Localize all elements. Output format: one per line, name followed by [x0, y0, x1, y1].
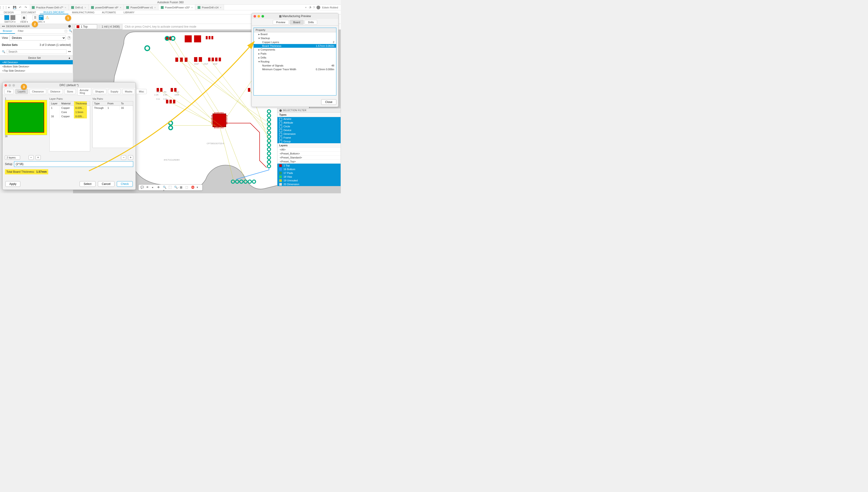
device-set-item[interactable]: <All Devices> [0, 60, 73, 64]
nav-pan-icon[interactable]: ✥ [157, 186, 161, 189]
dm-help-icon[interactable]: ? [67, 36, 71, 40]
drc-check-icon[interactable]: DRC✓ [39, 15, 44, 20]
file-tab-close-icon[interactable]: × [120, 6, 121, 9]
workspace-tab[interactable]: DESIGN [0, 10, 17, 14]
mfg-tree-node[interactable]: ▸ Components [254, 48, 336, 52]
drc-layer-minus-button[interactable]: − [29, 155, 34, 160]
drc-tab[interactable]: Sizes [65, 89, 76, 94]
nav-grid-icon[interactable]: ▦ [180, 186, 183, 189]
mfg-close-button[interactable]: Close [321, 99, 337, 105]
redo-icon[interactable]: ↷ [24, 6, 28, 9]
filter-layer-item[interactable]: 19 Unrouted [277, 179, 341, 182]
filter-type-item[interactable]: Group [277, 140, 341, 143]
workspace-tab[interactable]: LIBRARY [120, 10, 138, 14]
design-manager-settings-icon[interactable]: ⬤ [68, 25, 71, 28]
maximize-icon[interactable] [262, 15, 264, 18]
new-tab-icon[interactable]: ＋ [304, 6, 307, 9]
file-icon[interactable]: ▾ [7, 6, 11, 9]
notifications-icon[interactable]: ? [313, 6, 315, 9]
mfg-tree-node[interactable]: ▾ Routing [254, 60, 336, 64]
nav-zoomout-icon[interactable]: 🔍- [174, 186, 178, 189]
dm-view-select[interactable]: Devices [9, 35, 66, 41]
mfg-tree-node[interactable]: ▸ Pads [254, 52, 336, 56]
file-tab[interactable]: Drill v1× [69, 5, 89, 10]
switch-board-icon[interactable] [10, 15, 16, 20]
filter-type-item[interactable]: Frame [277, 136, 341, 140]
filter-type-item[interactable]: Circle [277, 125, 341, 128]
device-set-item[interactable]: <Bottom Side Devices> [0, 64, 73, 69]
file-tab[interactable]: powerDrillPower v9*× [89, 5, 124, 10]
drc-tab[interactable]: Masks [122, 89, 135, 94]
filter-layer-item[interactable]: 18 Vias [277, 175, 341, 179]
minimize-icon[interactable] [257, 15, 260, 18]
drc-setup-input[interactable] [14, 161, 133, 167]
drc-tab[interactable]: Distance [48, 89, 63, 94]
extensions-icon[interactable]: ◔ [309, 6, 311, 9]
mfg-tree-node[interactable]: Number of Signals48 [254, 64, 336, 67]
dm-select-tool-icon[interactable]: ⬚ [64, 29, 68, 33]
minimize-icon[interactable] [8, 84, 11, 87]
apps-icon[interactable]: ⋮⋮⋮ [1, 6, 5, 9]
drc-traffic-lights[interactable] [4, 84, 15, 87]
file-tab-close-icon[interactable]: × [191, 6, 193, 9]
mfg-tree-node[interactable]: ▸ Drills [254, 56, 336, 60]
workspace-tab[interactable]: RULES DRC/ERC [40, 10, 68, 14]
filter-type-item[interactable]: Airwire [277, 117, 341, 121]
drc-select-button[interactable]: Select [80, 181, 95, 187]
close-icon[interactable] [4, 84, 7, 87]
close-icon[interactable] [253, 15, 256, 18]
collapse-icon[interactable]: ◂◂ [2, 25, 5, 28]
device-set-item[interactable]: <Top Side Devices> [0, 69, 73, 73]
drc-tab[interactable]: Clearance [29, 89, 46, 94]
maximize-icon[interactable] [13, 84, 15, 87]
file-tab[interactable]: Practice-Power-Drill v7*× [29, 5, 69, 10]
mfg-tree-node[interactable]: Copper Layers2 [254, 40, 336, 44]
filter-preset-item[interactable]: <Preset_Standard> [277, 156, 341, 159]
mfg-tree-node[interactable]: Board Thickness1.57mm 0.062in [254, 44, 336, 48]
drc-via-table[interactable]: TypeFromToThrough116 [93, 101, 133, 148]
file-tab[interactable]: PowerDrillPower v20*× [158, 5, 196, 10]
filter-layer-item[interactable]: 17 Pads [277, 171, 341, 175]
file-tab-close-icon[interactable]: × [220, 6, 221, 9]
filter-preset-item[interactable]: <All> [277, 148, 341, 152]
nav-more-icon[interactable]: ▾ [197, 186, 200, 189]
drc-layer-plus-button[interactable]: + [35, 155, 41, 160]
filter-type-item[interactable]: Device [277, 128, 341, 132]
dm-search-input[interactable] [7, 49, 67, 54]
drc-warning-icon[interactable]: ⚠ [45, 15, 50, 20]
filter-layer-item[interactable]: 1 Top [277, 164, 341, 167]
file-tab-close-icon[interactable]: × [84, 6, 86, 9]
drc-layers-table[interactable]: LayerMaterialThickness1Copper0.035...Cor… [49, 101, 90, 151]
mfg-tab[interactable]: Board [290, 20, 304, 25]
drc-cancel-button[interactable]: Cancel [98, 181, 115, 187]
user-avatar-icon[interactable] [317, 6, 320, 9]
drc-apply-button[interactable]: Apply [5, 181, 20, 187]
nav-visibility-icon[interactable]: 👁 [146, 186, 150, 189]
drc-via-plus-button[interactable]: + [128, 155, 133, 160]
mfg-tab[interactable]: Drills [304, 20, 317, 25]
drc-list-icon[interactable]: ☰ [32, 15, 38, 20]
drc-tab[interactable]: Annular Ring [77, 88, 91, 96]
switch-schematic-icon[interactable] [4, 15, 9, 20]
workspace-tab[interactable]: DOCUMENT [17, 10, 40, 14]
file-tab-close-icon[interactable]: × [154, 6, 156, 9]
mfg-tree-node[interactable]: ▸ Board [254, 32, 336, 36]
save-icon[interactable]: 💾 [13, 6, 16, 9]
drc-layer-count-select[interactable]: 2 layers [5, 155, 20, 159]
filter-layer-item[interactable]: 16 Bottom [277, 167, 341, 171]
drc-check-button[interactable]: Check [117, 181, 133, 187]
dm-zoom-tool-icon[interactable]: 🔍 [68, 29, 73, 33]
nav-zoomfit-icon[interactable]: ⛶ [169, 186, 172, 189]
workspace-tab[interactable]: MANUFACTURING [68, 10, 98, 14]
mfg-property-tree[interactable]: Property ▸ Board▾ StackupCopper Layers2B… [253, 28, 337, 96]
nav-stop-icon[interactable]: ⛔ [191, 186, 195, 189]
drc-via-minus-button[interactable]: − [121, 155, 126, 160]
drc-tab[interactable]: Misc [136, 89, 147, 94]
dm-tab-filter[interactable]: Filter [15, 29, 26, 34]
dm-tab-browser[interactable]: Browser [0, 29, 15, 34]
layer-dropdown[interactable]: 1 Top [75, 24, 97, 29]
view-grid-icon[interactable]: ▦ [22, 15, 27, 20]
drc-tab[interactable]: Layers [15, 89, 28, 94]
drc-tab[interactable]: File [4, 89, 14, 94]
drc-tab[interactable]: Shapes [93, 89, 106, 94]
